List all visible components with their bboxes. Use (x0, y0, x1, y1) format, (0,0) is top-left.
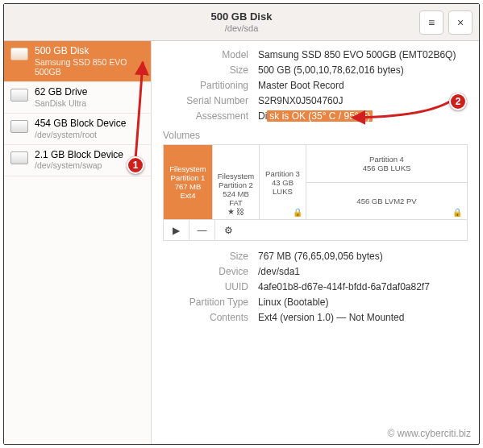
ptype-value: Linux (Bootable) (258, 297, 468, 308)
device-value: /dev/sda1 (258, 266, 468, 277)
chain-icon: ⛓ (236, 207, 244, 216)
disk-icon (10, 151, 28, 164)
hamburger-menu-button[interactable]: ≡ (419, 10, 443, 35)
hamburger-icon: ≡ (428, 16, 435, 29)
drive-sub: Samsung SSD 850 EVO 500GB (35, 57, 144, 77)
size-label: Size (163, 64, 258, 76)
window-subtitle: /dev/sda (211, 23, 273, 33)
sidebar-drive-3[interactable]: 2.1 GB Block Device /dev/system/swap (4, 145, 151, 176)
close-icon: × (457, 16, 464, 29)
disk-icon (10, 48, 28, 60)
size-value: 500 GB (5,00,10,78,62,016 bytes) (258, 64, 468, 76)
psize-label: Size (163, 251, 258, 262)
ptype-label: Partition Type (163, 297, 258, 308)
model-label: Model (163, 49, 258, 60)
lock-icon: 🔒 (452, 208, 462, 217)
mount-button[interactable]: ▶ (164, 220, 189, 240)
drive-name: 454 GB Block Device (35, 118, 126, 130)
settings-button[interactable]: ⚙ (215, 220, 241, 240)
contents-value: Ext4 (version 1.0) — Not Mounted (258, 312, 468, 323)
drive-sub: /dev/system/root (35, 130, 126, 139)
remove-button[interactable]: — (189, 220, 215, 240)
window-title: 500 GB Disk (211, 11, 273, 23)
volume-partition-2[interactable]: Filesystem Partition 2 524 MB FAT ★ ⛓ (212, 145, 259, 219)
disk-icon (10, 120, 28, 133)
volume-partition-4[interactable]: Partition 4 456 GB LUKS (306, 145, 467, 183)
assessment-highlight: sk is OK (35° C / 95° F) (267, 110, 373, 122)
lock-icon: 🔒 (293, 208, 302, 217)
device-label: Device (163, 266, 258, 277)
drive-sub: /dev/system/swap (35, 160, 123, 170)
sidebar-drive-1[interactable]: 62 GB Drive SanDisk Ultra (4, 82, 151, 114)
minus-icon: — (198, 225, 207, 236)
watermark: © www.cyberciti.biz (387, 428, 471, 439)
assessment-label: Assessment (163, 110, 258, 122)
sidebar-drive-2[interactable]: 454 GB Block Device /dev/system/root (4, 114, 151, 145)
uuid-label: UUID (163, 281, 258, 292)
play-icon: ▶ (173, 225, 180, 236)
partitioning-label: Partitioning (163, 80, 258, 91)
partitioning-value: Master Boot Record (258, 80, 468, 91)
model-value: Samsung SSD 850 EVO 500GB (EMT02B6Q) (258, 49, 468, 60)
drive-name: 500 GB Disk (35, 46, 144, 57)
serial-value: S2R9NX0J504760J (258, 95, 468, 106)
serial-label: Serial Number (163, 95, 258, 106)
drive-sub: SanDisk Ultra (35, 98, 87, 108)
drive-name: 62 GB Drive (35, 87, 87, 98)
volume-partition-5[interactable]: 456 GB LVM2 PV 🔒 (306, 183, 467, 220)
psize-value: 767 MB (76,65,09,056 bytes) (258, 251, 468, 262)
drive-list: 500 GB Disk Samsung SSD 850 EVO 500GB 62… (4, 41, 152, 444)
close-button[interactable]: × (448, 10, 473, 35)
sidebar-drive-0[interactable]: 500 GB Disk Samsung SSD 850 EVO 500GB (4, 41, 151, 82)
contents-label: Contents (163, 312, 258, 323)
volumes-title: Volumes (163, 130, 468, 141)
volume-partition-1[interactable]: Filesystem Partition 1 767 MB Ext4 (164, 145, 212, 219)
assessment-value: Disk is OK (35° C / 95° F) (258, 110, 468, 122)
drive-name: 2.1 GB Block Device (35, 150, 123, 161)
volume-partition-3[interactable]: Partition 3 43 GB LUKS 🔒 (259, 145, 306, 219)
uuid-value: 4afe01b8-d67e-414f-bfdd-6a7daf0a82f7 (258, 281, 468, 292)
star-icon: ★ (227, 207, 235, 216)
disk-icon (10, 89, 28, 102)
gear-icon: ⚙ (224, 225, 233, 236)
volumes-map: Filesystem Partition 1 767 MB Ext4 Files… (163, 144, 468, 220)
